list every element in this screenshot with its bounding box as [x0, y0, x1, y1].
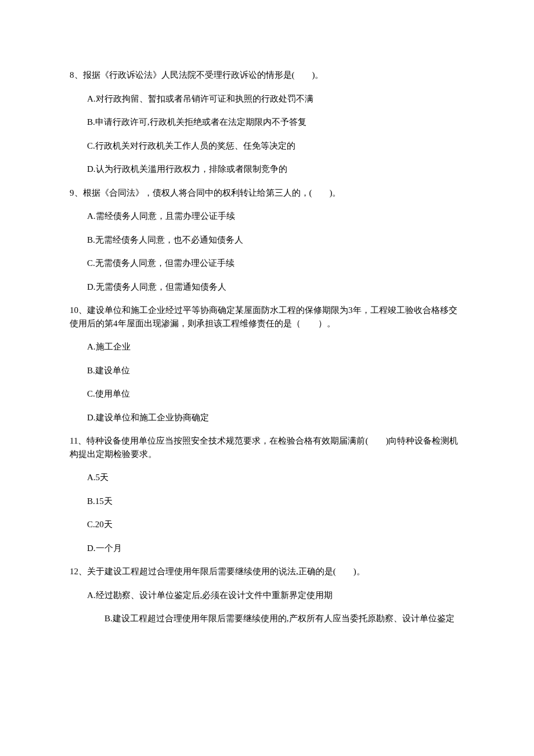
question-text: 8、报据《行政诉讼法》人民法院不受理行政诉讼的情形是( )。 [70, 69, 464, 82]
question-text: 9、根据《合同法》，债权人将合同中的权利转让给第三人的，( )。 [70, 186, 464, 200]
question-9: 9、根据《合同法》，债权人将合同中的权利转让给第三人的，( )。 A.需经债务人… [70, 186, 464, 294]
question-8: 8、报据《行政诉讼法》人民法院不受理行政诉讼的情形是( )。 A.对行政拘留、暂… [70, 69, 464, 176]
option-a: A.经过勘察、设计单位鉴定后,必须在设计文件中重新界定使用期 [70, 589, 464, 602]
option-c: C.使用单位 [70, 387, 464, 401]
option-d: D.认为行政机关滥用行政权力，排除或者限制竞争的 [70, 163, 464, 176]
option-b: B.无需经债务人同意，也不必通知债务人 [70, 233, 464, 247]
option-b: B.15天 [70, 495, 464, 508]
option-c: C.无需债务人同意，但需办理公证手续 [70, 257, 464, 270]
option-a: A.施工企业 [70, 340, 464, 354]
question-text: 10、建设单位和施工企业经过平等协商确定某屋面防水工程的保修期限为3年，工程竣工… [70, 304, 464, 330]
option-a: A.对行政拘留、暂扣或者吊销许可证和执照的行政处罚不满 [70, 92, 464, 106]
option-b: B.建设工程超过合理使用年限后需要继续使用的,产权所有人应当委托原勘察、设计单位… [70, 612, 464, 625]
option-d: D.一个月 [70, 542, 464, 555]
option-a: A.需经债务人同意，且需办理公证手续 [70, 210, 464, 223]
document-page: 8、报据《行政诉讼法》人民法院不受理行政诉讼的情形是( )。 A.对行政拘留、暂… [0, 0, 534, 671]
question-11: 11、特种设备使用单位应当按照安全技术规范要求，在检验合格有效期届满前( )向特… [70, 434, 464, 555]
question-text: 11、特种设备使用单位应当按照安全技术规范要求，在检验合格有效期届满前( )向特… [70, 434, 464, 460]
option-a: A.5天 [70, 471, 464, 484]
question-10: 10、建设单位和施工企业经过平等协商确定某屋面防水工程的保修期限为3年，工程竣工… [70, 304, 464, 424]
option-c: C.行政机关对行政机关工作人员的奖惩、任免等决定的 [70, 139, 464, 153]
option-d: D.无需债务人同意，但需通知债务人 [70, 280, 464, 294]
question-text: 12、关于建设工程超过合理使用年限后需要继续使用的说法,正确的是( )。 [70, 565, 464, 578]
option-d: D.建设单位和施工企业协商确定 [70, 411, 464, 424]
option-b: B.申请行政许可,行政机关拒绝或者在法定期限内不予答复 [70, 116, 464, 129]
option-b: B.建设单位 [70, 364, 464, 377]
question-12: 12、关于建设工程超过合理使用年限后需要继续使用的说法,正确的是( )。 A.经… [70, 565, 464, 625]
option-c: C.20天 [70, 518, 464, 531]
